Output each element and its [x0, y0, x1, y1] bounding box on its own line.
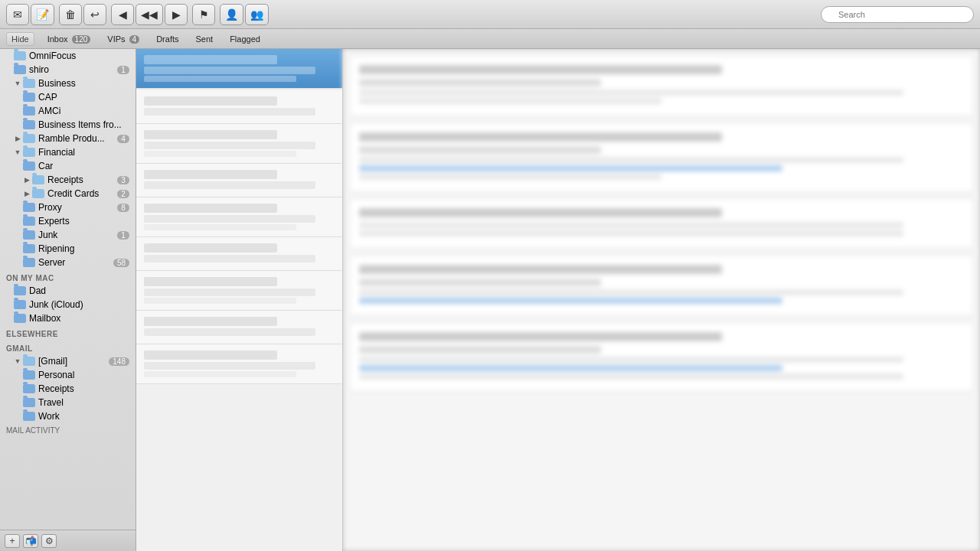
msg-link	[359, 298, 782, 304]
sidebar-item-label: Work	[38, 411, 129, 422]
sidebar-item-financial[interactable]: ▼ Financial	[2, 145, 134, 159]
forward-button[interactable]: ▶	[165, 4, 188, 25]
section-header-on-my-mac: ON MY MAC	[0, 269, 136, 284]
sidebar-item-experts[interactable]: Experts	[2, 214, 134, 228]
list-item[interactable]	[136, 271, 342, 311]
list-item[interactable]	[136, 311, 342, 344]
folder-icon	[14, 300, 26, 309]
compose-button[interactable]: ✉	[6, 4, 29, 25]
msg-header	[359, 65, 722, 74]
inbox-badge: 120	[72, 35, 91, 44]
list-item[interactable]	[136, 344, 342, 384]
search-input[interactable]	[821, 6, 974, 23]
badge: 8	[117, 204, 129, 212]
mailbox-button[interactable]: 📬	[23, 534, 38, 548]
expander-icon: ▼	[14, 80, 21, 87]
tab-flagged[interactable]: Flagged	[223, 32, 267, 46]
msg-body	[359, 90, 903, 96]
folder-icon	[14, 65, 26, 74]
sidebar-item-label: Proxy	[38, 202, 117, 213]
sidebar-item-label: Ramble Produ...	[38, 133, 117, 144]
tab-inbox[interactable]: Inbox 120	[41, 32, 98, 46]
sidebar-item-server[interactable]: Server 58	[2, 256, 134, 269]
sidebar-item-label: Experts	[38, 216, 129, 227]
sidebar: OmniFocus shiro 1 ▼ Business CAP AMCi Bu…	[0, 49, 136, 551]
hide-button[interactable]: Hide	[6, 32, 34, 46]
subject	[144, 328, 315, 336]
sender	[144, 317, 277, 326]
section-header-gmail: GMAIL	[0, 340, 136, 354]
tab-vips[interactable]: VIPs 4	[100, 32, 146, 46]
sidebar-item-mailbox[interactable]: Mailbox	[2, 311, 134, 325]
badge: 58	[113, 259, 129, 267]
msg-header	[359, 265, 722, 274]
folder-icon	[23, 203, 35, 212]
back-button[interactable]: ◀	[111, 4, 134, 25]
sidebar-item-credit-cards[interactable]: ▶ Credit Cards 2	[2, 187, 134, 201]
email-list	[136, 49, 343, 551]
people-button[interactable]: 👤	[220, 4, 243, 25]
expander-icon: ▼	[14, 357, 21, 365]
subject	[144, 67, 315, 74]
sidebar-item-dad[interactable]: Dad	[2, 284, 134, 298]
list-item[interactable]	[136, 49, 342, 89]
msg-subheader	[359, 279, 601, 286]
sidebar-item-receipts[interactable]: ▶ Receipts 3	[2, 173, 134, 187]
folder-icon	[23, 120, 35, 129]
email-message	[349, 122, 974, 192]
list-item[interactable]	[136, 164, 342, 197]
sidebar-item-business-items[interactable]: Business Items fro...	[2, 118, 134, 132]
sidebar-item-personal[interactable]: Personal	[2, 368, 134, 382]
folder-icon	[32, 175, 44, 184]
preview	[144, 76, 296, 82]
folder-icon	[23, 244, 35, 253]
sidebar-item-proxy[interactable]: Proxy 8	[2, 201, 134, 214]
expander-icon: ▶	[14, 135, 21, 142]
folder-icon	[23, 134, 35, 143]
sidebar-item-ramble[interactable]: ▶ Ramble Produ... 4	[2, 132, 134, 145]
delete-button[interactable]: 🗑	[59, 4, 82, 25]
add-mailbox-button[interactable]: +	[5, 534, 20, 548]
msg-body	[359, 373, 903, 380]
search-wrap: 🔍	[821, 6, 974, 23]
sidebar-item-work[interactable]: Work	[2, 409, 134, 423]
note-button[interactable]: 📝	[31, 4, 54, 25]
sender	[144, 243, 277, 253]
badge: 1	[117, 231, 129, 240]
msg-body	[359, 222, 903, 228]
sidebar-item-gmail[interactable]: ▼ [Gmail] 148	[2, 354, 134, 368]
settings-button[interactable]: ⚙	[41, 534, 57, 548]
sidebar-item-label: Car	[38, 161, 129, 171]
sidebar-footer: + 📬 ⚙	[0, 530, 136, 551]
list-item[interactable]	[136, 124, 342, 164]
sidebar-item-travel[interactable]: Travel	[2, 396, 134, 409]
sidebar-item-gmail-receipts[interactable]: Receipts	[2, 382, 134, 396]
add-person-button[interactable]: 👥	[245, 4, 269, 25]
sidebar-item-label: Receipts	[47, 174, 117, 185]
msg-body	[359, 230, 903, 236]
list-item[interactable]	[136, 197, 342, 237]
subject	[144, 289, 315, 296]
sidebar-item-business[interactable]: ▼ Business	[2, 77, 134, 90]
subject	[144, 108, 315, 116]
msg-body	[359, 357, 903, 363]
reply-button[interactable]: ↩	[83, 4, 106, 25]
list-item[interactable]	[136, 237, 342, 271]
sidebar-item-cap[interactable]: CAP	[2, 90, 134, 104]
sidebar-item-omnifocus[interactable]: OmniFocus	[2, 49, 134, 63]
sidebar-item-junk[interactable]: Junk 1	[2, 228, 134, 242]
folder-icon	[32, 189, 44, 198]
sidebar-item-label: Receipts	[38, 383, 129, 394]
list-item[interactable]	[136, 90, 342, 124]
folder-icon	[23, 258, 35, 267]
sidebar-item-ripening[interactable]: Ripening	[2, 242, 134, 256]
sidebar-item-junk-icloud[interactable]: Junk (iCloud)	[2, 298, 134, 311]
sidebar-item-car[interactable]: Car	[2, 159, 134, 173]
tab-sent[interactable]: Sent	[189, 32, 220, 46]
sidebar-item-amci[interactable]: AMCi	[2, 104, 134, 118]
flag-button[interactable]: ⚑	[192, 4, 215, 25]
sidebar-item-shiro[interactable]: shiro 1	[2, 63, 134, 77]
tab-drafts[interactable]: Drafts	[149, 32, 185, 46]
back2-button[interactable]: ◀◀	[136, 4, 163, 25]
sidebar-item-label: Financial	[38, 147, 129, 158]
